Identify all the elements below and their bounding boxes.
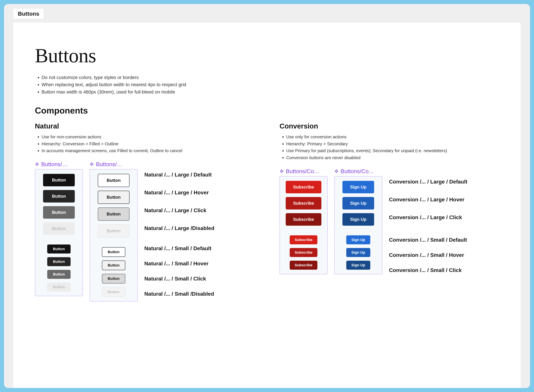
button-outline-large-click[interactable]: Button — [98, 207, 129, 221]
button-filled-large-click[interactable]: Button — [43, 206, 75, 219]
svg-marker-14 — [335, 171, 336, 172]
guidelines-list: Do not customize colors, type styles or … — [35, 74, 504, 95]
svg-marker-8 — [281, 169, 282, 171]
button-outline-large-disabled: Button — [98, 224, 129, 238]
button-filled-small-click[interactable]: Button — [47, 270, 71, 279]
state-label: Conversion /... / Small / Click — [389, 267, 467, 273]
conversion-secondary-tile: Sign Up Sign Up Sign Up Sign Up Sign Up … — [334, 176, 382, 274]
conversion-section: Conversion Use only for conversion actio… — [280, 122, 504, 302]
button-outline-small-default[interactable]: Button — [102, 247, 125, 257]
button-subscribe-small-hover[interactable]: Subscribe — [290, 248, 317, 257]
state-label: Natural /... / Large / Click — [144, 207, 215, 214]
button-signup-small-click[interactable]: Sign Up — [346, 261, 370, 270]
component-label-text: Buttons/Co… — [341, 168, 374, 174]
guideline-item: Button max width is 480px (30rem), used … — [42, 88, 504, 95]
note-item: Use only for conversion actions — [286, 134, 504, 140]
page-chrome: Buttons Buttons Do not customize colors,… — [4, 4, 530, 388]
svg-marker-0 — [36, 163, 38, 164]
button-signup-small-default[interactable]: Sign Up — [346, 235, 370, 244]
svg-marker-12 — [336, 169, 337, 171]
button-filled-large-hover[interactable]: Button — [43, 190, 75, 202]
app-viewport: Buttons Buttons Do not customize colors,… — [0, 0, 534, 392]
component-icon — [334, 169, 339, 173]
button-filled-large-disabled: Button — [43, 222, 75, 235]
button-outline-small-disabled: Button — [102, 287, 125, 297]
button-signup-large-click[interactable]: Sign Up — [343, 213, 374, 226]
svg-marker-2 — [35, 163, 37, 165]
button-subscribe-large-default[interactable]: Subscribe — [286, 181, 321, 193]
natural-heading: Natural — [35, 122, 259, 130]
note-item: Use for non-conversion actions — [42, 134, 259, 140]
svg-marker-4 — [91, 163, 93, 164]
note-item: Hierarchy: Primary > Secondary — [286, 140, 504, 148]
conversion-state-labels-large: Conversion /... / Large / Default Conver… — [389, 168, 467, 220]
component-label[interactable]: Buttons/… — [35, 161, 82, 168]
svg-marker-11 — [282, 171, 284, 172]
natural-outline-tile: Button Button Button Button Button Butto… — [90, 169, 138, 302]
note-item: Conversion buttons are never disabled — [286, 154, 504, 161]
state-label: Conversion /... / Large / Hover — [389, 196, 467, 203]
component-icon — [280, 169, 284, 173]
component-label-text: Buttons/… — [41, 161, 68, 168]
note-item: Use Primary for paid (subscriptions, eve… — [286, 147, 504, 154]
guideline-item: Do not customize colors, type styles or … — [42, 74, 504, 81]
conversion-notes: Use only for conversion actions Hierarch… — [280, 134, 504, 161]
button-outline-large-default[interactable]: Button — [98, 174, 129, 187]
svg-marker-10 — [280, 171, 281, 172]
component-label[interactable]: Buttons/Co… — [280, 168, 328, 174]
component-icon — [35, 162, 39, 166]
guideline-item: When replacing text, adjust button width… — [42, 81, 504, 88]
state-label: Natural /... / Large / Hover — [144, 190, 215, 196]
button-subscribe-large-hover[interactable]: Subscribe — [286, 197, 321, 210]
note-item: In accounts management screens, use Fill… — [42, 147, 259, 154]
component-label-text: Buttons/… — [96, 161, 123, 168]
button-subscribe-large-click[interactable]: Subscribe — [286, 213, 321, 226]
design-tab[interactable]: Buttons — [13, 8, 44, 19]
svg-marker-15 — [337, 171, 338, 172]
svg-marker-5 — [91, 165, 93, 166]
svg-marker-1 — [36, 165, 38, 166]
button-filled-small-disabled: Button — [47, 283, 71, 291]
state-label: Natural /... / Large /Disabled — [144, 225, 215, 231]
component-label[interactable]: Buttons/Co… — [334, 168, 382, 174]
button-outline-large-hover[interactable]: Button — [98, 191, 129, 204]
natural-state-labels-large: Natural /... / Large / Default Natural /… — [144, 161, 215, 231]
state-label: Natural /... / Small / Default — [144, 245, 215, 252]
natural-section: Natural Use for non-conversion actions H… — [35, 122, 259, 302]
state-label: Conversion /... / Small / Hover — [389, 252, 467, 258]
button-outline-small-hover[interactable]: Button — [102, 261, 125, 270]
button-filled-small-hover[interactable]: Button — [47, 257, 71, 266]
button-signup-large-hover[interactable]: Sign Up — [343, 197, 374, 210]
state-label: Natural /... / Small / Click — [144, 276, 215, 282]
button-subscribe-small-default[interactable]: Subscribe — [290, 235, 317, 244]
state-label: Natural /... / Small /Disabled — [144, 291, 215, 297]
component-label-text: Buttons/Co… — [286, 168, 319, 174]
state-label: Natural /... / Small / Hover — [144, 261, 215, 267]
natural-filled-tile: Button Button Button Button Button Butto… — [35, 169, 83, 296]
svg-marker-3 — [37, 163, 39, 165]
natural-notes: Use for non-conversion actions Hierarchy… — [35, 134, 259, 154]
button-signup-large-default[interactable]: Sign Up — [343, 181, 374, 193]
button-outline-small-click[interactable]: Button — [102, 274, 125, 284]
button-signup-small-hover[interactable]: Sign Up — [346, 248, 370, 257]
svg-marker-6 — [90, 163, 91, 165]
svg-marker-9 — [281, 172, 282, 173]
svg-marker-13 — [336, 172, 337, 173]
state-label: Natural /... / Large / Default — [144, 172, 215, 178]
state-label: Conversion /... / Large / Click — [389, 214, 467, 220]
note-item: Hierarchy: Conversion > Filled > Outline — [42, 140, 259, 148]
state-label: Conversion /... / Large / Default — [389, 179, 467, 185]
button-filled-small-default[interactable]: Button — [47, 244, 71, 253]
components-heading: Components — [35, 106, 504, 116]
canvas: Buttons Do not customize colors, type st… — [13, 22, 521, 388]
button-subscribe-small-click[interactable]: Subscribe — [290, 261, 317, 270]
conversion-primary-tile: Subscribe Subscribe Subscribe Subscribe … — [280, 176, 328, 274]
page-title: Buttons — [35, 44, 504, 67]
svg-marker-7 — [92, 163, 94, 165]
component-label[interactable]: Buttons/… — [90, 161, 136, 168]
state-label: Conversion /... / Small / Default — [389, 237, 467, 243]
button-filled-large-default[interactable]: Button — [43, 174, 75, 186]
component-icon — [90, 162, 94, 166]
natural-state-labels-small: Natural /... / Small / Default Natural /… — [144, 243, 215, 297]
conversion-heading: Conversion — [280, 122, 504, 130]
